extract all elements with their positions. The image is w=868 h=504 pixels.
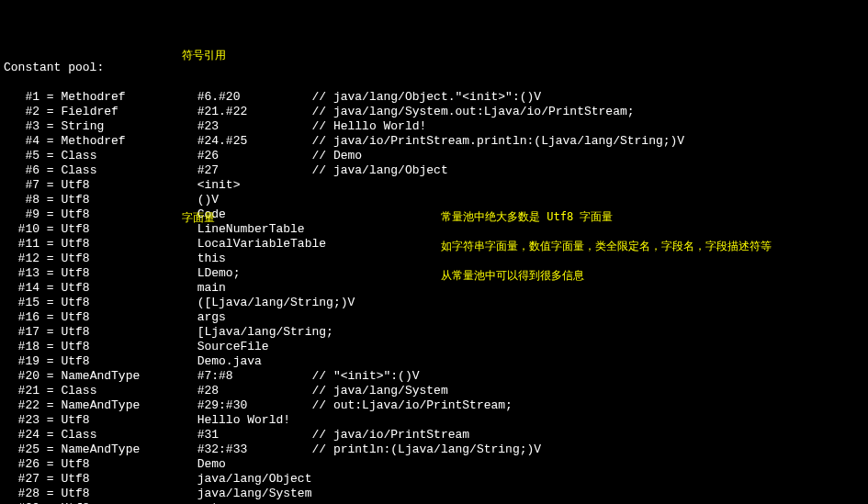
constant-pool-entry: #23 = Utf8 Helllo World! (4, 413, 864, 428)
annotation-literal: 字面量 (182, 210, 215, 225)
equals-sign: = (39, 310, 61, 324)
entry-index: #17 (4, 325, 39, 339)
entry-type: Utf8 (61, 354, 197, 368)
equals-sign: = (39, 325, 61, 339)
entry-index: #13 (4, 266, 39, 280)
entry-type: Utf8 (61, 252, 197, 265)
entry-index: #22 (4, 398, 39, 412)
entry-index: #12 (4, 252, 39, 265)
annotation-note1: 常量池中绝大多数是 Utf8 字面量 (441, 209, 613, 224)
entry-type: Utf8 (61, 296, 197, 309)
entry-type: Utf8 (61, 325, 197, 339)
equals-sign: = (39, 413, 61, 427)
constant-pool-entry: #6 = Class #27 // java/lang/Object (4, 163, 864, 178)
equals-sign: = (39, 354, 61, 368)
entry-value: #26 (197, 149, 312, 162)
entry-index: #9 (4, 207, 39, 221)
constant-pool-entry: #21 = Class #28 // java/lang/System (4, 384, 864, 398)
entry-index: #20 (4, 369, 39, 383)
entry-index: #27 (4, 472, 39, 486)
entry-value: SourceFile (197, 340, 269, 353)
equals-sign: = (39, 296, 61, 309)
entry-type: Class (61, 149, 197, 162)
entry-index: #3 (4, 119, 39, 133)
constant-pool-entries: #1 = Methodref #6.#20 // java/lang/Objec… (4, 90, 864, 504)
entry-value: Helllo World! (197, 413, 290, 427)
entry-type: Utf8 (61, 457, 197, 471)
entry-value: #32:#33 (197, 442, 312, 456)
constant-pool-entry: #5 = Class #26 // Demo (4, 149, 864, 163)
equals-sign: = (39, 369, 61, 383)
annotation-symbol-ref: 符号引用 (182, 48, 226, 62)
entry-comment: // java/lang/Object."<init>":()V (311, 90, 541, 104)
entry-type: Utf8 (61, 193, 197, 207)
equals-sign: = (39, 178, 61, 192)
entry-index: #4 (4, 134, 39, 148)
entry-type: Utf8 (61, 222, 197, 236)
constant-pool-entry: #4 = Methodref #24.#25 // java/io/PrintS… (4, 134, 864, 149)
entry-type: String (61, 119, 197, 133)
constant-pool-entry: #18 = Utf8 SourceFile (4, 340, 864, 354)
entry-index: #6 (4, 163, 39, 177)
equals-sign: = (39, 398, 61, 412)
equals-sign: = (39, 134, 61, 148)
entry-index: #24 (4, 428, 39, 442)
entry-value: #21.#22 (197, 105, 312, 118)
entry-type: Utf8 (61, 340, 197, 353)
entry-type: Class (61, 163, 197, 177)
entry-comment: // Helllo World! (311, 119, 426, 133)
entry-value: java/lang/System (197, 487, 312, 500)
entry-comment: // java/io/PrintStream.println:(Ljava/la… (311, 134, 684, 148)
equals-sign: = (39, 442, 61, 456)
constant-pool-entry: #20 = NameAndType #7:#8 // "<init>":()V (4, 369, 864, 384)
entry-index: #15 (4, 296, 39, 309)
entry-type: Class (61, 428, 197, 442)
entry-value: [Ljava/lang/String; (197, 325, 333, 339)
equals-sign: = (39, 252, 61, 265)
entry-comment: // Demo (311, 149, 362, 162)
constant-pool-entry: #16 = Utf8 args (4, 310, 864, 325)
equals-sign: = (39, 457, 61, 471)
entry-value: LDemo; (197, 266, 241, 280)
entry-type: Methodref (61, 134, 197, 148)
entry-type: Utf8 (61, 413, 197, 427)
entry-type: NameAndType (61, 398, 197, 412)
equals-sign: = (39, 193, 61, 207)
entry-value: #29:#30 (197, 398, 312, 412)
entry-index: #1 (4, 90, 39, 104)
entry-comment: // java/lang/System (311, 384, 447, 398)
entry-value: ()V (197, 193, 219, 207)
entry-value: this (197, 252, 226, 265)
constant-pool-entry: #8 = Utf8 ()V (4, 193, 864, 207)
entry-index: #21 (4, 384, 39, 398)
constant-pool-entry: #19 = Utf8 Demo.java (4, 354, 864, 369)
entry-type: Utf8 (61, 237, 197, 251)
entry-value: Demo.java (197, 354, 262, 368)
entry-comment: // java/lang/Object (311, 163, 447, 177)
entry-type: Utf8 (61, 310, 197, 324)
constant-pool-entry: #15 = Utf8 ([Ljava/lang/String;)V (4, 296, 864, 310)
entry-value: #23 (197, 119, 312, 133)
equals-sign: = (39, 340, 61, 353)
annotation-note3: 从常量池中可以得到很多信息 (441, 268, 584, 283)
constant-pool-entry: #9 = Utf8 Code (4, 207, 864, 222)
entry-index: #16 (4, 310, 39, 324)
entry-type: NameAndType (61, 369, 197, 383)
entry-value: #31 (197, 428, 312, 442)
constant-pool-entry: #28 = Utf8 java/lang/System (4, 487, 864, 501)
equals-sign: = (39, 237, 61, 251)
constant-pool-entry: #17 = Utf8 [Ljava/lang/String; (4, 325, 864, 340)
entry-value: args (197, 310, 226, 324)
entry-type: Utf8 (61, 178, 197, 192)
entry-type: Utf8 (61, 472, 197, 486)
equals-sign: = (39, 105, 61, 118)
equals-sign: = (39, 428, 61, 442)
constant-pool-entry: #12 = Utf8 this (4, 252, 864, 266)
entry-index: #26 (4, 457, 39, 471)
entry-comment: // println:(Ljava/lang/String;)V (311, 442, 541, 456)
equals-sign: = (39, 487, 61, 500)
equals-sign: = (39, 384, 61, 398)
entry-index: #18 (4, 340, 39, 353)
equals-sign: = (39, 281, 61, 295)
entry-comment: // out:Ljava/io/PrintStream; (311, 398, 512, 412)
